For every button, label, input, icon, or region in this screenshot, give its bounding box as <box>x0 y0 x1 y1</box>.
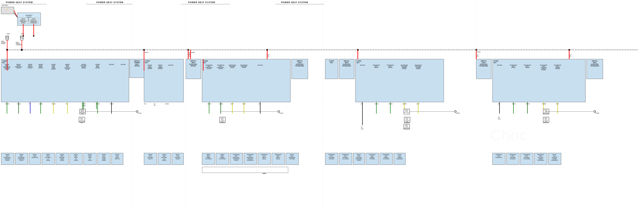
svg-text:DRIVER: DRIVER <box>388 67 393 68</box>
svg-rect-318 <box>356 59 444 102</box>
svg-text:IN DRIVER: IN DRIVER <box>370 158 375 160</box>
svg-text:DRIVER: DRIVER <box>218 68 223 69</box>
svg-text:SEAT-: SEAT- <box>498 156 500 157</box>
svg-text:GN/GT: GN/GT <box>110 103 114 104</box>
svg-text:SEAT: SEAT <box>163 156 166 157</box>
svg-text:B(+): B(+) <box>2 62 5 63</box>
svg-text:SEAT-: SEAT- <box>277 156 280 157</box>
svg-text:MOTOR-: MOTOR- <box>357 154 361 155</box>
svg-text:PASSENGER: PASSENGER <box>289 157 295 158</box>
svg-text:RD: RD <box>189 55 190 57</box>
svg-text:GN/Y: GN/Y <box>231 103 234 104</box>
svg-rect-4 <box>1 7 14 14</box>
svg-text:DRIVER: DRIVER <box>88 160 92 161</box>
svg-text:FUSE: FUSE <box>6 38 8 39</box>
svg-text:PASSENGER: PASSENGER <box>342 65 351 67</box>
svg-text:SEAT: SEAT <box>34 156 36 157</box>
svg-text:SK: SK <box>258 103 260 104</box>
svg-text:PASSENGER: PASSENGER <box>496 154 502 155</box>
svg-text:PASSENGER: PASSENGER <box>369 154 376 155</box>
svg-text:SEAT-: SEAT- <box>344 156 347 157</box>
svg-text:DRIVER: DRIVER <box>191 65 196 67</box>
svg-text:ADJUSTER-: ADJUSTER- <box>480 64 488 65</box>
svg-text:DRIVER: DRIVER <box>5 160 10 161</box>
svg-text:PASSENGER: PASSENGER <box>342 154 349 155</box>
svg-text:LUMBAR: LUMBAR <box>552 158 557 160</box>
svg-text:SEAT: SEAT <box>345 62 348 63</box>
svg-point-253 <box>278 110 280 112</box>
svg-text:UP: UP <box>89 158 90 160</box>
svg-text:MOTOR-: MOTOR- <box>33 154 37 155</box>
svg-point-27 <box>33 35 34 37</box>
svg-text:PASSENGER: PASSENGER <box>524 154 530 155</box>
svg-text:MOTOR-: MOTOR- <box>398 154 402 155</box>
svg-text:SENSE: SENSE <box>262 158 266 160</box>
svg-text:RD: RD <box>477 55 478 57</box>
svg-text:DRIVER: DRIVER <box>416 68 420 69</box>
svg-text:DRIVER: DRIVER <box>1 43 5 44</box>
svg-text:SEAT: SEAT <box>20 156 23 157</box>
svg-text:GN/GN: GN/GN <box>165 103 169 104</box>
svg-text:GROUND: GROUND <box>258 64 263 66</box>
svg-text:OUT DRIVER: OUT DRIVER <box>342 158 349 160</box>
svg-text:S202A: S202A <box>456 112 460 114</box>
svg-text:SK: SK <box>361 103 362 104</box>
svg-text:PASSENGER: PASSENGER <box>30 22 37 23</box>
svg-text:S202A: S202A <box>596 112 600 114</box>
svg-text:REARWARD: REARWARD <box>233 158 240 160</box>
svg-text:BATTERY: BATTERY <box>2 5 8 6</box>
svg-text:RECLINER: RECLINER <box>343 157 348 158</box>
svg-text:SWITCH-: SWITCH- <box>297 60 303 62</box>
svg-text:IN DRIVER: IN DRIVER <box>510 158 516 160</box>
svg-text:HORIZONTAL-: HORIZONTAL- <box>18 157 25 158</box>
svg-text:DRIVER: DRIVER <box>88 154 92 155</box>
svg-text:PASSENGER: PASSENGER <box>404 122 410 123</box>
svg-text:Choc: Choc <box>490 127 528 144</box>
svg-text:BACK: BACK <box>80 122 83 123</box>
svg-text:DRIVER: DRIVER <box>402 68 406 69</box>
svg-text:PASSENGER: PASSENGER <box>275 154 281 155</box>
svg-text:PASSENGER: PASSENGER <box>590 65 599 67</box>
svg-text:DRIVER: DRIVER <box>96 67 100 69</box>
svg-text:POWER: POWER <box>134 62 140 63</box>
svg-text:OUT DRIVER: OUT DRIVER <box>383 158 389 160</box>
svg-text:FRONT-: FRONT- <box>74 157 78 158</box>
diagram-container: ⚡ BATTERY ASSEMBLY- POWER DISTRIBUTION C… <box>0 0 644 208</box>
svg-text:ADJUSTER: ADJUSTER <box>552 157 558 158</box>
svg-rect-309 <box>202 167 288 173</box>
svg-text:HORIZONTAL-: HORIZONTAL- <box>4 157 11 158</box>
svg-text:⚡: ⚡ <box>6 8 8 10</box>
svg-text:PASSENGER: PASSENGER <box>383 154 389 155</box>
svg-text:SEAT-: SEAT- <box>330 156 333 157</box>
svg-text:B(+): B(+) <box>203 62 206 63</box>
svg-text:FUSED: FUSED <box>494 60 498 62</box>
svg-text:ADJUSTER-: ADJUSTER- <box>343 64 350 65</box>
svg-text:SEAT-: SEAT- <box>511 156 514 157</box>
svg-text:RECLINER-: RECLINER- <box>162 157 167 158</box>
svg-text:GN: GN <box>154 104 156 106</box>
svg-text:VERTICAL: VERTICAL <box>115 158 120 160</box>
svg-point-353 <box>454 110 456 112</box>
svg-text:BREAKER 3-: BREAKER 3- <box>31 20 37 21</box>
svg-text:MOTOR-: MOTOR- <box>176 154 180 155</box>
svg-text:SEAT: SEAT <box>149 156 152 157</box>
svg-point-132 <box>136 110 138 112</box>
svg-text:SEAT-: SEAT- <box>525 156 528 157</box>
svg-text:DRIVER: DRIVER <box>542 69 546 71</box>
svg-point-443 <box>594 110 596 112</box>
svg-text:RECLINER: RECLINER <box>510 157 516 158</box>
svg-text:MOTOR-: MOTOR- <box>552 154 557 155</box>
svg-text:P10: P10 <box>144 103 146 104</box>
svg-text:SEAT-: SEAT- <box>61 156 64 157</box>
svg-text:GN/Y: GN/Y <box>361 128 364 130</box>
svg-text:BREAKER 2-: BREAKER 2- <box>20 20 26 21</box>
svg-text:SEAT-: SEAT- <box>371 156 374 157</box>
wiring-diagram: ⚡ BATTERY ASSEMBLY- POWER DISTRIBUTION C… <box>0 0 644 208</box>
svg-text:SEAT: SEAT <box>291 156 294 157</box>
svg-text:HORIZONTAL: HORIZONTAL <box>32 157 38 158</box>
svg-text:DRIVER: DRIVER <box>374 67 379 68</box>
svg-text:HORIZONTAL-: HORIZONTAL- <box>247 157 254 158</box>
svg-text:PASSENGER: PASSENGER <box>537 160 544 161</box>
svg-text:PASSENGER: PASSENGER <box>510 154 516 155</box>
svg-text:SENSE: SENSE <box>66 68 70 70</box>
